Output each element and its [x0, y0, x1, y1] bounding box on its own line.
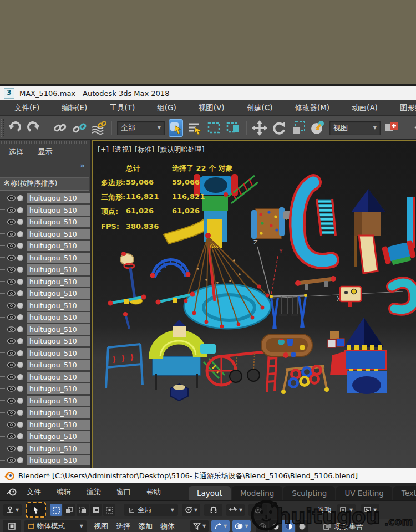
visibility-eye-icon[interactable]: [7, 279, 16, 285]
explorer-object-row[interactable]: huitugou_510: [0, 228, 90, 241]
visibility-eye-icon[interactable]: [7, 290, 16, 296]
viewport-menu-item[interactable]: 选择: [112, 521, 134, 531]
object-name[interactable]: huitugou_510: [27, 372, 90, 382]
visibility-eye-icon[interactable]: [7, 374, 16, 380]
visibility-eye-icon[interactable]: [7, 457, 16, 463]
object-visibility-dropdown[interactable]: ▼: [190, 520, 209, 532]
blender-menu-item[interactable]: 窗口: [109, 487, 139, 497]
model-blue-swing[interactable]: [270, 294, 307, 329]
visibility-eye-icon[interactable]: [7, 386, 16, 392]
object-name[interactable]: huitugou_510: [27, 348, 90, 359]
select-and-place-icon[interactable]: [310, 120, 326, 136]
render-toggle-icon[interactable]: [17, 207, 23, 213]
model-balance-beam[interactable]: [295, 276, 336, 290]
explorer-name-column-header[interactable]: 名称(按降序排序): [0, 177, 89, 191]
render-toggle-icon[interactable]: [17, 326, 23, 332]
workspace-tab[interactable]: UV Editing: [336, 486, 392, 500]
max-menu-item[interactable]: 编辑(E): [50, 101, 98, 115]
undo-icon[interactable]: [7, 120, 22, 136]
object-name[interactable]: huitugou_510: [27, 396, 90, 406]
object-name[interactable]: huitugou_510: [27, 277, 90, 287]
model-teal-slide[interactable]: [392, 283, 414, 310]
shading-material-button[interactable]: [282, 520, 295, 532]
visibility-eye-icon[interactable]: [7, 231, 16, 237]
select-and-scale-icon[interactable]: [291, 120, 306, 136]
shading-wireframe-button[interactable]: [256, 520, 268, 532]
model-castle-playset[interactable]: [328, 318, 387, 394]
gizmos-toggle-button[interactable]: ▼: [211, 520, 230, 532]
explorer-object-row[interactable]: huitugou_510: [0, 443, 90, 455]
model-climbing-frame[interactable]: [106, 344, 143, 388]
explorer-object-row[interactable]: huitugou_510: [0, 204, 90, 217]
viewport-menu-item[interactable]: 物体: [156, 521, 179, 531]
select-and-manipulate-icon[interactable]: [410, 120, 416, 136]
max-menu-item[interactable]: 组(G): [146, 101, 187, 115]
model-post[interactable]: [123, 312, 129, 329]
visibility-eye-icon[interactable]: [7, 410, 16, 416]
render-toggle-icon[interactable]: [17, 422, 23, 428]
explorer-object-row[interactable]: huitugou_510: [0, 324, 90, 336]
render-toggle-icon[interactable]: [17, 433, 23, 439]
select-mode-set-button[interactable]: [50, 504, 62, 516]
render-toggle-icon[interactable]: [17, 350, 23, 356]
explorer-object-row[interactable]: huitugou_510: [0, 347, 90, 360]
visibility-eye-icon[interactable]: [7, 267, 16, 273]
render-toggle-icon[interactable]: [17, 457, 23, 463]
explorer-object-row[interactable]: huitugou_510: [0, 288, 90, 300]
explorer-object-row[interactable]: huitugou_510: [0, 300, 90, 312]
object-name[interactable]: huitugou_510: [27, 193, 90, 203]
explorer-object-row[interactable]: huitugou_510: [0, 192, 90, 204]
max-menu-item[interactable]: 动画(A): [341, 101, 389, 115]
active-tool-dropdown[interactable]: ▼: [3, 504, 22, 516]
object-name[interactable]: huitugou_510: [27, 241, 90, 251]
object-name[interactable]: huitugou_510: [27, 336, 90, 346]
explorer-object-row[interactable]: huitugou_510: [0, 454, 90, 467]
selection-filter-dropdown[interactable]: 全部 ▼: [117, 121, 165, 135]
object-name[interactable]: huitugou_510: [27, 420, 90, 430]
select-mode-intersect-button[interactable]: [103, 504, 115, 516]
object-name[interactable]: huitugou_510: [27, 300, 90, 311]
max-menu-item[interactable]: 图形编辑器(D): [389, 101, 416, 115]
model-roller-bridge[interactable]: [382, 240, 416, 267]
model-arch-climber[interactable]: [150, 259, 191, 278]
editor-type-dropdown[interactable]: [3, 520, 21, 532]
outliner-display-mode-dropdown[interactable]: ▼: [337, 504, 356, 516]
mode-dropdown[interactable]: 物体模式 ▼: [24, 520, 87, 532]
transform-gizmo[interactable]: Z Y X: [253, 239, 403, 303]
visibility-eye-icon[interactable]: [7, 243, 16, 249]
visibility-eye-icon[interactable]: [7, 362, 16, 368]
render-toggle-icon[interactable]: [17, 279, 23, 285]
render-toggle-icon[interactable]: [17, 303, 23, 309]
reference-coordinate-dropdown[interactable]: 视图 ▼: [329, 121, 381, 135]
select-and-move-icon[interactable]: [252, 120, 267, 136]
visibility-eye-icon[interactable]: [7, 314, 16, 320]
explorer-object-row[interactable]: huitugou_510: [0, 359, 90, 371]
viewport-label-segment[interactable]: [+]: [98, 145, 109, 155]
visibility-eye-icon[interactable]: [7, 338, 16, 344]
blender-menu-item[interactable]: 帮助: [139, 487, 169, 497]
outliner-filter-dropdown[interactable]: ▼: [361, 504, 379, 516]
select-and-link-icon[interactable]: [52, 120, 68, 136]
max-titlebar[interactable]: 3 MAX_5106.max - Autodesk 3ds Max 2018: [0, 86, 416, 100]
window-crossing-toggle-icon[interactable]: [226, 120, 241, 136]
bind-to-space-warp-icon[interactable]: [91, 120, 106, 136]
snap-toggle-button[interactable]: [204, 504, 222, 516]
model-play-panel[interactable]: [340, 287, 361, 307]
explorer-object-row[interactable]: huitugou_510: [0, 395, 90, 407]
render-toggle-icon[interactable]: [17, 195, 23, 201]
visibility-eye-icon[interactable]: [7, 350, 16, 356]
explorer-menu-item[interactable]: 选择: [8, 147, 23, 157]
proportional-editing-button[interactable]: [248, 504, 267, 516]
explorer-object-row[interactable]: huitugou_510: [0, 311, 90, 324]
model-basketball-hoop[interactable]: [120, 252, 143, 304]
render-toggle-icon[interactable]: [17, 267, 23, 273]
workspace-tab[interactable]: Texture Paint: [393, 486, 416, 500]
explorer-object-row[interactable]: huitugou_510: [0, 383, 90, 395]
unlink-selection-icon[interactable]: [72, 120, 87, 136]
object-name[interactable]: huitugou_510: [27, 312, 90, 323]
scene-collection-item[interactable]: 场景集合: [334, 521, 363, 531]
explorer-object-row[interactable]: huitugou_510: [0, 240, 90, 252]
model-tire-swing[interactable]: [207, 351, 277, 392]
object-name[interactable]: huitugou_510: [27, 229, 90, 239]
visibility-eye-icon[interactable]: [7, 446, 16, 452]
